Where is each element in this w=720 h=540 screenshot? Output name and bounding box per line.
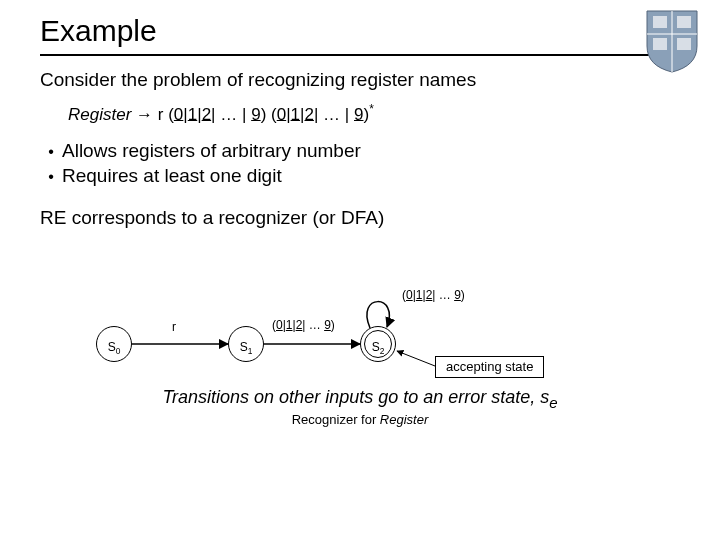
ellipsis: … (220, 104, 237, 123)
dfa-edges (40, 258, 680, 388)
slide: Example Consider the problem of recogniz… (0, 0, 720, 540)
kleene-star: * (369, 102, 374, 116)
svg-rect-3 (677, 38, 691, 50)
trans-label-r: r (172, 320, 176, 335)
digit-0: 0 (174, 104, 183, 123)
trans-label-digits-loop: (0|1|2| … 9) (402, 288, 465, 303)
re-line: RE corresponds to a recognizer (or DFA) (40, 206, 680, 230)
dfa-diagram: S0 S1 S2 r (0|1|2| … 9) (0|1|2| … 9) acc… (40, 258, 680, 388)
state-s0: S0 (96, 326, 132, 362)
accepting-state-label: accepting state (435, 356, 544, 378)
svg-rect-1 (677, 16, 691, 28)
arrow-icon: → (136, 104, 153, 123)
grammar-rule: Register → r (0|1|2| … | 9) (0|1|2| … | … (68, 102, 680, 125)
grammar-r: r (158, 104, 164, 123)
title-rule (40, 54, 680, 56)
slide-title: Example (0, 0, 720, 50)
list-item: • Allows registers of arbitrary number (40, 139, 680, 163)
intro-text: Consider the problem of recognizing regi… (40, 68, 680, 92)
bullet-list: • Allows registers of arbitrary number •… (40, 139, 680, 189)
crest-logo (642, 6, 702, 74)
digit-1: 1 (188, 104, 197, 123)
svg-rect-0 (653, 16, 667, 28)
paren-close: ) (261, 104, 267, 123)
trans-label-digits-1: (0|1|2| … 9) (272, 318, 335, 333)
bullet-icon: • (40, 142, 62, 162)
bullet-text: Requires at least one digit (62, 164, 282, 188)
state-s2: S2 (360, 326, 396, 362)
svg-rect-2 (653, 38, 667, 50)
bullet-text: Allows registers of arbitrary number (62, 139, 361, 163)
state-s1: S1 (228, 326, 264, 362)
footer-note: Transitions on other inputs go to an err… (40, 386, 680, 412)
bullet-icon: • (40, 167, 62, 187)
svg-line-6 (397, 351, 435, 366)
slide-body: Consider the problem of recognizing regi… (0, 68, 720, 429)
list-item: • Requires at least one digit (40, 164, 680, 188)
grammar-lhs: Register (68, 104, 131, 123)
digit-2: 2 (202, 104, 211, 123)
footer-caption: Recognizer for Register (40, 412, 680, 428)
digit-9: 9 (251, 104, 260, 123)
